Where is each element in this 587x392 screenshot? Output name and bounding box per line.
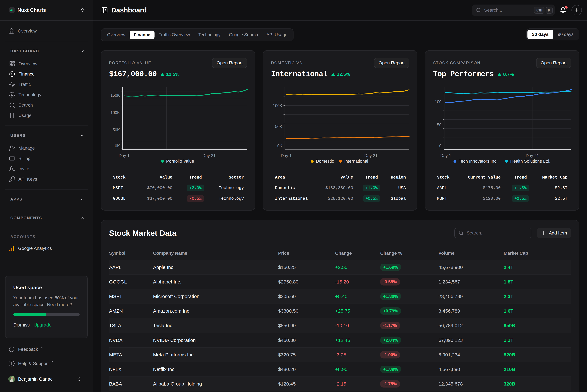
svg-text:Domestic: Domestic (316, 159, 334, 164)
svg-text:Day 21: Day 21 (202, 153, 216, 158)
svg-text:Day 1: Day 1 (119, 153, 130, 158)
svg-text:50: 50 (437, 122, 441, 127)
svg-text:50K: 50K (113, 128, 120, 132)
svg-text:150K: 150K (110, 93, 120, 98)
svg-text:Health Solutions Ltd.: Health Solutions Ltd. (510, 159, 550, 164)
svg-text:Day 1: Day 1 (440, 153, 451, 158)
svg-text:0K: 0K (277, 144, 282, 148)
svg-text:100K: 100K (273, 103, 282, 108)
svg-text:Day 21: Day 21 (364, 153, 378, 158)
svg-text:International: International (344, 159, 368, 164)
svg-text:Tech Innovators Inc.: Tech Innovators Inc. (458, 159, 497, 164)
svg-text:50K: 50K (275, 124, 283, 129)
svg-text:0K: 0K (115, 144, 120, 148)
svg-text:0: 0 (439, 144, 441, 148)
svg-text:Day 21: Day 21 (526, 153, 539, 158)
svg-text:Portfolio Value: Portfolio Value (166, 159, 194, 164)
svg-text:Day 1: Day 1 (281, 153, 292, 158)
svg-text:100: 100 (435, 100, 441, 104)
svg-text:100K: 100K (110, 110, 120, 115)
